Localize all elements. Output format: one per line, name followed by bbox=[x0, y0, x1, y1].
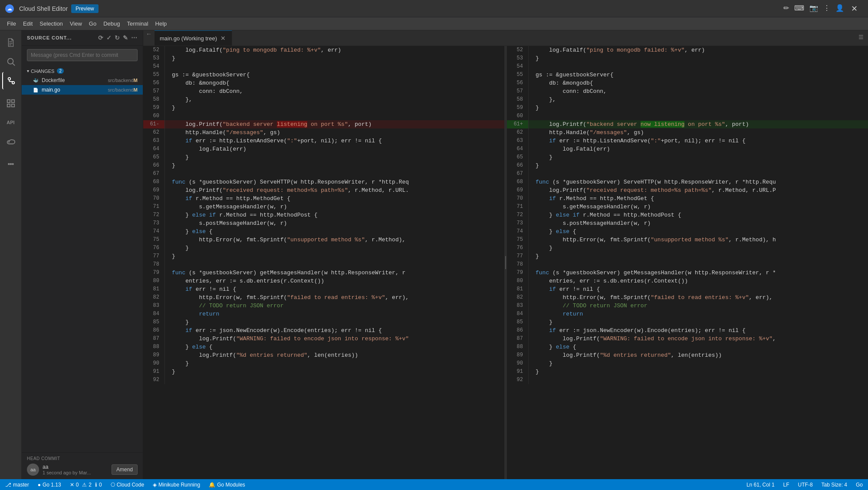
encoding-label: UTF-8 bbox=[798, 482, 813, 488]
status-encoding[interactable]: UTF-8 bbox=[796, 482, 815, 488]
code-line-deleted: 61- log.Printf("backend server listening… bbox=[143, 120, 504, 128]
status-tab-size[interactable]: Tab Size: 4 bbox=[820, 482, 849, 488]
menu-go[interactable]: Go bbox=[85, 19, 100, 29]
file-item-main-go[interactable]: 📄 main.go src/backend M bbox=[22, 85, 143, 95]
code-line: 63 if err := http.ListenAndServe(":"+por… bbox=[143, 137, 504, 145]
svg-rect-11 bbox=[11, 104, 14, 107]
menu-help[interactable]: Help bbox=[152, 19, 171, 29]
amend-button[interactable]: Amend bbox=[112, 464, 138, 475]
app-icon: ☁ bbox=[3, 3, 16, 15]
commit-avatar: aa bbox=[27, 464, 39, 476]
section-label: CHANGES bbox=[31, 69, 54, 74]
branch-icon: ⎇ bbox=[5, 482, 11, 488]
activity-cloud[interactable] bbox=[2, 133, 20, 150]
status-errors-warnings[interactable]: ✕ 0 ⚠ 2 ℹ 0 bbox=[68, 482, 104, 488]
left-editor-scroll[interactable]: 52 log.Fatalf("ping to mongodb failed: %… bbox=[143, 46, 504, 479]
menu-debug[interactable]: Debug bbox=[100, 19, 123, 29]
status-minikube[interactable]: ◈ Minikube Running bbox=[151, 482, 202, 488]
right-editor-scroll[interactable]: 52 log.Fatalf("ping to mongodb failed: %… bbox=[507, 46, 868, 479]
warning-icon: ⚠ bbox=[82, 482, 87, 488]
title-actions: ✏ ⌨ 📷 ⋮ 👤 ✕ bbox=[782, 2, 865, 15]
code-line: 59} bbox=[143, 104, 504, 112]
back-icon[interactable]: ← bbox=[143, 30, 155, 46]
menu-edit[interactable]: Edit bbox=[20, 19, 36, 29]
section-arrow: ▾ bbox=[27, 69, 29, 73]
language-label: Go bbox=[856, 482, 863, 488]
code-line: 58 }, bbox=[143, 95, 504, 104]
tab-list-icon[interactable]: ☰ bbox=[854, 30, 868, 46]
code-line: 64 log.Fatal(err) bbox=[507, 145, 868, 153]
svg-text:☁: ☁ bbox=[7, 6, 12, 12]
refresh-icon[interactable]: ⟳ bbox=[98, 34, 104, 41]
commit-info: aa aa 1 second ago by Mar... Amend bbox=[27, 464, 138, 476]
code-line: 55gs := &guestbookServer{ bbox=[143, 71, 504, 79]
code-line: 57 conn: dbConn, bbox=[507, 87, 868, 95]
code-line: 78 bbox=[143, 260, 504, 269]
close-button[interactable]: ✕ bbox=[848, 2, 861, 15]
warning-count: 2 bbox=[89, 482, 92, 488]
menu-selection[interactable]: Selection bbox=[36, 19, 66, 29]
head-commit-label: HEAD COMMIT bbox=[27, 456, 138, 461]
status-cloud-code[interactable]: ⎔ Cloud Code bbox=[109, 482, 146, 488]
edit-changes-icon[interactable]: ✎ bbox=[123, 34, 128, 41]
status-branch[interactable]: ⎇ master bbox=[3, 482, 31, 488]
code-line: 60 bbox=[507, 112, 868, 120]
code-line: 89 log.Printf("%d entries returned", len… bbox=[143, 351, 504, 359]
activity-api[interactable]: API bbox=[2, 114, 20, 131]
code-line: 68func (s *guestbookServer) ServeHTTP(w … bbox=[507, 178, 868, 186]
file-item-dockerfile[interactable]: 🐳 Dockerfile src/backend M bbox=[22, 76, 143, 85]
code-line: 92 bbox=[143, 376, 504, 384]
activity-files[interactable] bbox=[2, 34, 20, 51]
changes-section-header[interactable]: ▾ CHANGES 2 bbox=[22, 66, 143, 76]
file-name-main-go: main.go bbox=[42, 87, 106, 93]
activity-search[interactable] bbox=[2, 53, 20, 70]
svg-rect-10 bbox=[7, 104, 10, 107]
activitybar: API bbox=[0, 30, 22, 479]
status-position[interactable]: Ln 61, Col 1 bbox=[745, 482, 776, 488]
file-icon-dockerfile: 🐳 bbox=[32, 77, 39, 84]
preview-button[interactable]: Preview bbox=[71, 4, 99, 13]
commit-author: aa bbox=[43, 464, 108, 470]
titlebar: ☁ Cloud Shell Editor Preview ✏ ⌨ 📷 ⋮ 👤 ✕ bbox=[0, 0, 868, 17]
sync-icon[interactable]: ↻ bbox=[115, 34, 120, 41]
avatar-icon[interactable]: 👤 bbox=[834, 2, 846, 15]
status-go-version[interactable]: ● Go 1.13 bbox=[36, 482, 63, 488]
code-line-added: 61+ log.Printf("backend server now liste… bbox=[507, 120, 868, 128]
error-count: 0 bbox=[76, 482, 79, 488]
commit-time: 1 second ago by Mar... bbox=[43, 470, 108, 475]
code-line: 52 log.Fatalf("ping to mongodb failed: %… bbox=[143, 46, 504, 54]
menu-file[interactable]: File bbox=[3, 19, 20, 29]
left-code-container: 52 log.Fatalf("ping to mongodb failed: %… bbox=[143, 46, 504, 384]
activity-extensions[interactable] bbox=[2, 95, 20, 112]
activity-more[interactable] bbox=[2, 155, 20, 173]
commit-message-input[interactable] bbox=[27, 49, 138, 61]
go-icon: ● bbox=[38, 482, 41, 488]
camera-icon[interactable]: 📷 bbox=[808, 2, 820, 15]
tabs-bar: ← main.go (Working tree) ✕ ☰ bbox=[143, 30, 868, 46]
status-language[interactable]: Go bbox=[854, 482, 865, 488]
code-line: 73 s.postMessageHandler(w, r) bbox=[143, 219, 504, 227]
more-icon[interactable]: ⋮ bbox=[822, 2, 832, 15]
activity-source-control[interactable] bbox=[2, 72, 20, 89]
status-line-ending[interactable]: LF bbox=[782, 482, 791, 488]
tab-close-main-go[interactable]: ✕ bbox=[220, 34, 227, 43]
commit-details: aa 1 second ago by Mar... bbox=[43, 464, 108, 475]
file-path-main-go: src/backend bbox=[108, 87, 134, 92]
terminal-icon[interactable]: ⌨ bbox=[792, 2, 806, 15]
code-line: 84 return bbox=[507, 310, 868, 318]
info-icon: ℹ bbox=[95, 482, 97, 488]
overflow-icon[interactable]: ⋯ bbox=[131, 34, 138, 41]
checkmark-icon[interactable]: ✓ bbox=[106, 34, 112, 41]
code-line: 66} bbox=[143, 161, 504, 170]
status-go-modules[interactable]: 🔔 Go Modules bbox=[207, 482, 247, 488]
svg-rect-8 bbox=[7, 100, 10, 102]
code-line: 87 log.Printf("WARNING: failed to encode… bbox=[507, 335, 868, 343]
menu-view[interactable]: View bbox=[66, 19, 85, 29]
go-modules-icon: 🔔 bbox=[209, 482, 215, 488]
code-line: 74 } else { bbox=[507, 227, 868, 236]
tab-main-go[interactable]: main.go (Working tree) ✕ bbox=[155, 30, 232, 46]
code-line: 57 conn: dbConn, bbox=[143, 87, 504, 95]
menu-terminal[interactable]: Terminal bbox=[123, 19, 151, 29]
edit-icon[interactable]: ✏ bbox=[782, 2, 791, 15]
code-line: 76 } bbox=[507, 244, 868, 252]
